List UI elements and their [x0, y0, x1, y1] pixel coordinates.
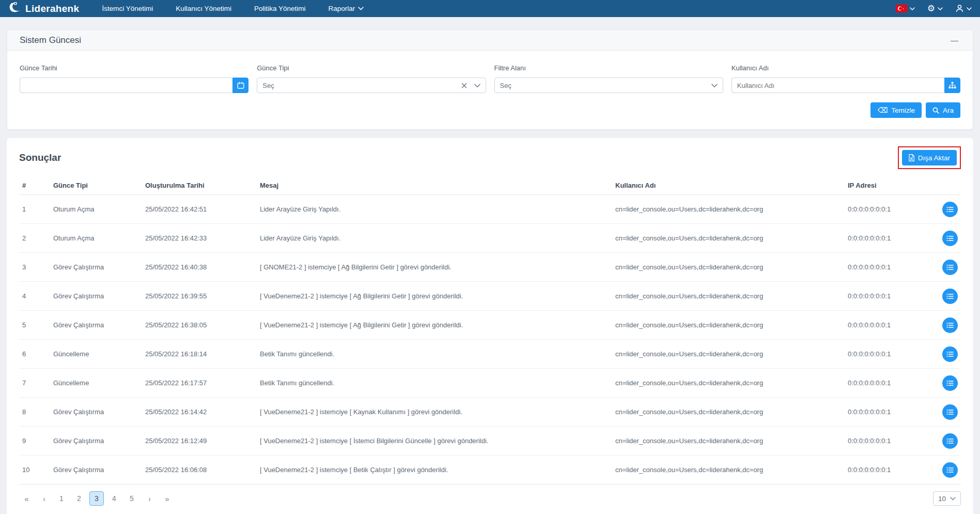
- annotation-highlight: Dışa Aktar: [898, 146, 961, 169]
- chevron-down-icon: [358, 7, 364, 10]
- sitemap-icon: [948, 82, 956, 89]
- cell-row-number: 4: [19, 282, 50, 311]
- panel-title: Sistem Güncesi: [20, 35, 81, 46]
- cell-ip-adresi: 0:0:0:0:0:0:0:1: [845, 195, 930, 224]
- cell-kullanici-adi: cn=lider_console,ou=Users,dc=liderahenk,…: [612, 369, 845, 398]
- clear-x-icon[interactable]: [461, 83, 467, 88]
- cell-tarih: 25/05/2022 16:06:08: [142, 456, 257, 485]
- row-detail-button[interactable]: [942, 289, 958, 304]
- chevron-down-icon: [950, 497, 956, 501]
- menu-istemci-yonetimi[interactable]: İstemci Yönetimi: [102, 5, 153, 12]
- filter-field-area: Filtre Alanı Seç: [494, 64, 723, 93]
- date-input[interactable]: [20, 78, 232, 93]
- pagination: « ‹ 1 2 3 4 5 › »: [19, 491, 174, 506]
- settings-menu[interactable]: ⚙: [927, 4, 943, 13]
- type-select[interactable]: Seç: [257, 78, 486, 93]
- cell-kullanici-adi: cn=lider_console,ou=Users,dc=liderahenk,…: [612, 195, 845, 224]
- clear-button[interactable]: ⌫ Temizle: [870, 102, 922, 118]
- filter-area-select[interactable]: Seç: [494, 78, 723, 93]
- cell-kullanici-adi: cn=lider_console,ou=Users,dc=liderahenk,…: [612, 456, 845, 485]
- cell-mesaj: Betik Tanımı güncellendi.: [257, 340, 612, 369]
- cell-tarih: 25/05/2022 16:42:51: [142, 195, 257, 224]
- table-row: 6Güncelleme25/05/2022 16:18:14Betik Tanı…: [19, 340, 961, 369]
- header-tarih[interactable]: Oluşturulma Tarihi: [142, 176, 257, 195]
- page-2-button[interactable]: 2: [72, 491, 86, 506]
- table-row: 5Görev Çalıştırma25/05/2022 16:38:05[ Vu…: [19, 311, 961, 340]
- menu-politika-yonetimi[interactable]: Politika Yönetimi: [254, 5, 306, 12]
- page-first-button[interactable]: «: [19, 491, 34, 506]
- header-kullanici-adi[interactable]: Kullanıcı Adı: [612, 176, 845, 195]
- page-4-button[interactable]: 4: [107, 491, 121, 506]
- ldap-tree-button[interactable]: [944, 78, 960, 93]
- cell-gunce-tipi: Görev Çalıştırma: [50, 456, 142, 485]
- page-1-button[interactable]: 1: [54, 491, 69, 506]
- table-row: 4Görev Çalıştırma25/05/2022 16:39:55[ Vu…: [19, 282, 961, 311]
- cell-tarih: 25/05/2022 16:42:33: [142, 224, 257, 253]
- username-input[interactable]: [732, 78, 944, 93]
- table-row: 2Oturum Açma25/05/2022 16:42:33Lider Ara…: [19, 224, 961, 253]
- header-mesaj[interactable]: Mesaj: [257, 176, 612, 195]
- filter-actions: ⌫ Temizle Ara: [20, 102, 960, 118]
- list-detail-icon: [946, 380, 954, 386]
- table-row: 7Güncelleme25/05/2022 16:17:57Betik Tanı…: [19, 369, 961, 398]
- cell-row-number: 3: [19, 253, 50, 282]
- cell-kullanici-adi: cn=lider_console,ou=Users,dc=liderahenk,…: [612, 398, 845, 427]
- cell-tarih: 25/05/2022 16:17:57: [142, 369, 257, 398]
- language-selector[interactable]: [896, 5, 915, 12]
- cell-ip-adresi: 0:0:0:0:0:0:0:1: [845, 311, 930, 340]
- cell-ip-adresi: 0:0:0:0:0:0:0:1: [845, 369, 930, 398]
- excel-file-icon: [909, 154, 914, 161]
- cell-mesaj: [ VueDeneme21-2 ] istemciye [ Betik Çalı…: [257, 456, 612, 485]
- filter-panel-body: Günce Tarihi Günce Tipi Seç: [7, 51, 973, 129]
- page-prev-button[interactable]: ‹: [37, 491, 51, 506]
- list-detail-icon: [946, 293, 954, 299]
- page-3-button-active[interactable]: 3: [89, 491, 104, 506]
- export-button[interactable]: Dışa Aktar: [902, 150, 957, 165]
- cell-mesaj: [ VueDeneme21-2 ] istemciye [ Ağ Bilgile…: [257, 311, 612, 340]
- cell-ip-adresi: 0:0:0:0:0:0:0:1: [845, 253, 930, 282]
- row-detail-button[interactable]: [942, 260, 958, 275]
- cell-gunce-tipi: Görev Çalıştırma: [50, 253, 142, 282]
- page-last-button[interactable]: »: [160, 491, 174, 506]
- table-header-row: # Günce Tipi Oluşturulma Tarihi Mesaj Ku…: [19, 176, 961, 195]
- cell-ip-adresi: 0:0:0:0:0:0:0:1: [845, 456, 930, 485]
- account-menu[interactable]: [955, 4, 972, 13]
- header-number[interactable]: #: [19, 176, 50, 195]
- row-detail-button[interactable]: [942, 318, 958, 333]
- menu-kullanici-yonetimi[interactable]: Kullanıcı Yönetimi: [176, 5, 231, 12]
- row-detail-button[interactable]: [942, 433, 958, 449]
- cell-tarih: 25/05/2022 16:12:49: [142, 427, 257, 456]
- user-label: Kullanıcı Adı: [732, 64, 960, 72]
- header-gunce-tipi[interactable]: Günce Tipi: [50, 176, 142, 195]
- brand[interactable]: Liderahenk: [8, 2, 79, 16]
- calendar-button[interactable]: [232, 78, 248, 93]
- page-5-button[interactable]: 5: [125, 491, 139, 506]
- cell-row-number: 7: [19, 369, 50, 398]
- cell-mesaj: [ GNOME21-2 ] istemciye [ Ağ Bilgilerini…: [257, 253, 612, 282]
- row-detail-button[interactable]: [942, 346, 958, 362]
- cell-mesaj: [ VueDeneme21-2 ] istemciye [ Ağ Bilgile…: [257, 282, 612, 311]
- table-row: 9Görev Çalıştırma25/05/2022 16:12:49[ Vu…: [19, 427, 961, 456]
- row-detail-button[interactable]: [942, 462, 958, 478]
- row-detail-button[interactable]: [942, 231, 958, 246]
- cell-mesaj: Betik Tanımı güncellendi.: [257, 369, 612, 398]
- header-actions: [930, 176, 961, 195]
- header-ip-adresi[interactable]: IP Adresi: [845, 176, 930, 195]
- search-icon: [932, 107, 939, 114]
- cell-row-number: 2: [19, 224, 50, 253]
- collapse-panel-button[interactable]: —: [948, 35, 960, 46]
- page-next-button[interactable]: ›: [142, 491, 157, 506]
- page-size-select[interactable]: 10: [933, 491, 961, 506]
- cell-row-number: 1: [19, 195, 50, 224]
- search-button[interactable]: Ara: [926, 102, 960, 118]
- row-detail-button[interactable]: [942, 404, 958, 420]
- cell-ip-adresi: 0:0:0:0:0:0:0:1: [845, 340, 930, 369]
- backspace-icon: ⌫: [877, 107, 888, 114]
- cell-mesaj: [ VueDeneme21-2 ] istemciye [ Kaynak Kul…: [257, 398, 612, 427]
- row-detail-button[interactable]: [942, 202, 958, 217]
- menu-raporlar[interactable]: Raporlar: [329, 5, 364, 12]
- brand-name: Liderahenk: [25, 3, 79, 14]
- cell-tarih: 25/05/2022 16:14:42: [142, 398, 257, 427]
- cell-row-number: 6: [19, 340, 50, 369]
- row-detail-button[interactable]: [942, 375, 958, 391]
